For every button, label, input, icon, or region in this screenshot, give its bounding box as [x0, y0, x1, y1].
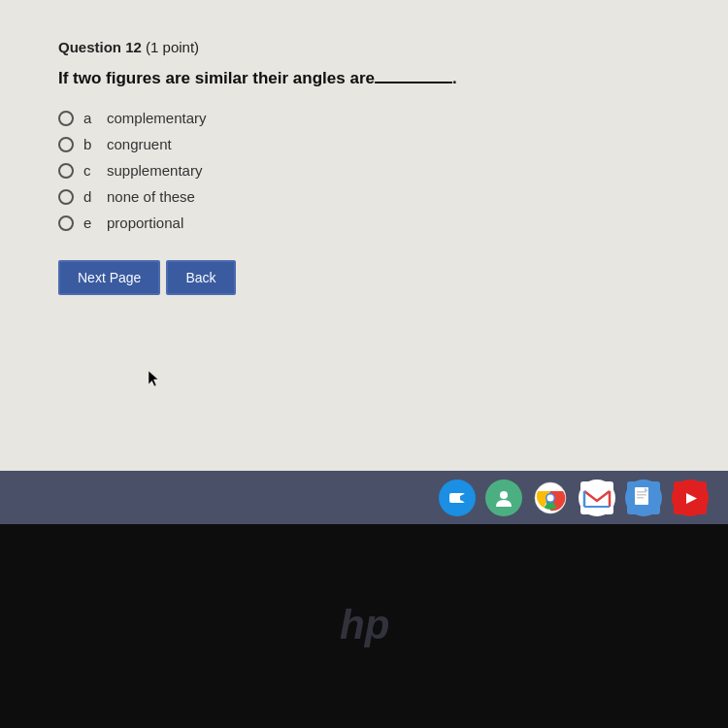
- radio-b[interactable]: [58, 137, 74, 152]
- content-area: Question 12 (1 point) If two figures are…: [0, 0, 728, 324]
- chrome-icon[interactable]: [532, 480, 569, 516]
- options-list: a complementary b congruent c supplement…: [58, 110, 670, 231]
- svg-rect-11: [637, 494, 646, 496]
- svg-text:hp: hp: [340, 602, 389, 647]
- next-page-button[interactable]: Next Page: [58, 260, 160, 295]
- option-a-text: complementary: [107, 110, 207, 126]
- question-header: Question 12 (1 point): [58, 39, 670, 55]
- hp-logo: hp: [335, 600, 393, 652]
- option-e[interactable]: e proportional: [58, 215, 670, 231]
- blank-line: [375, 82, 452, 83]
- taskbar: [0, 471, 728, 524]
- option-d-text: none of these: [107, 188, 195, 205]
- radio-c[interactable]: [58, 163, 74, 179]
- screen: Question 12 (1 point) If two figures are…: [0, 0, 728, 524]
- back-button[interactable]: Back: [166, 260, 235, 295]
- youtube-icon[interactable]: [672, 480, 709, 516]
- cursor: [149, 371, 160, 388]
- question-number: 12: [125, 39, 142, 55]
- radio-e[interactable]: [58, 215, 74, 231]
- radio-a[interactable]: [58, 111, 74, 126]
- svg-rect-10: [637, 491, 646, 493]
- radio-d[interactable]: [58, 189, 74, 205]
- bottom-bar: hp: [0, 524, 728, 728]
- option-c-text: supplementary: [107, 162, 202, 179]
- svg-rect-12: [637, 497, 644, 499]
- question-text: If two figures are similar their angles …: [58, 69, 670, 88]
- option-b-text: congruent: [107, 136, 172, 152]
- option-e-text: proportional: [107, 215, 183, 231]
- option-c[interactable]: c supplementary: [58, 162, 670, 179]
- svg-point-6: [547, 494, 554, 501]
- user-icon[interactable]: [485, 480, 522, 516]
- option-a[interactable]: a complementary: [58, 110, 670, 126]
- option-b[interactable]: b congruent: [58, 136, 670, 152]
- zoom-icon[interactable]: [439, 480, 476, 516]
- docs-icon[interactable]: [625, 480, 662, 516]
- buttons-row: Next Page Back: [58, 260, 670, 295]
- svg-point-2: [500, 491, 508, 499]
- gmail-icon[interactable]: [579, 480, 615, 516]
- option-d[interactable]: d none of these: [58, 188, 670, 205]
